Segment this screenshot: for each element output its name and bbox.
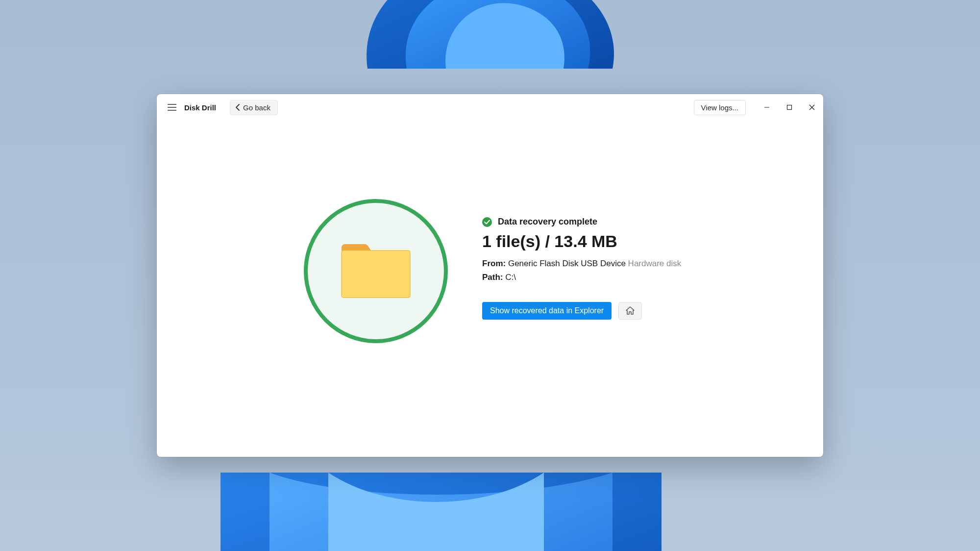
close-icon [809, 104, 815, 110]
desktop-bloom-top [338, 0, 642, 69]
success-check-icon [482, 217, 492, 227]
status-row: Data recovery complete [482, 217, 681, 227]
result-illustration [304, 199, 448, 343]
app-title: Disk Drill [184, 103, 216, 112]
from-row: From: Generic Flash Disk USB Device Hard… [482, 259, 681, 269]
go-back-button[interactable]: Go back [230, 100, 278, 115]
home-button[interactable] [618, 302, 642, 320]
minimize-button[interactable] [756, 94, 778, 121]
path-label: Path: [482, 273, 503, 282]
menu-button[interactable] [164, 99, 180, 116]
svg-rect-7 [342, 250, 410, 298]
titlebar: Disk Drill Go back View logs... [157, 94, 823, 121]
content-area: Data recovery complete 1 file(s) / 13.4 … [157, 121, 823, 457]
chevron-left-icon [235, 104, 240, 111]
show-recovered-button[interactable]: Show recovered data in Explorer [482, 302, 612, 320]
view-logs-button[interactable]: View logs... [694, 100, 746, 115]
svg-rect-4 [787, 105, 792, 110]
close-button[interactable] [801, 94, 823, 121]
action-row: Show recovered data in Explorer [482, 302, 681, 320]
desktop-bloom-bottom [220, 473, 662, 551]
hamburger-icon [168, 104, 176, 111]
app-window: Disk Drill Go back View logs... [157, 94, 823, 457]
window-controls [756, 94, 823, 121]
from-type: Hardware disk [628, 259, 682, 268]
folder-icon [339, 242, 413, 301]
path-value: C:\ [505, 273, 516, 282]
maximize-icon [786, 104, 792, 110]
maximize-button[interactable] [778, 94, 801, 121]
status-text: Data recovery complete [498, 217, 597, 227]
result-info: Data recovery complete 1 file(s) / 13.4 … [482, 199, 681, 320]
home-icon [625, 306, 635, 316]
result-headline: 1 file(s) / 13.4 MB [482, 232, 681, 251]
go-back-label: Go back [243, 103, 270, 112]
from-label: From: [482, 259, 506, 268]
path-row: Path: C:\ [482, 273, 681, 282]
from-device: Generic Flash Disk USB Device [508, 259, 626, 268]
minimize-icon [764, 104, 770, 110]
